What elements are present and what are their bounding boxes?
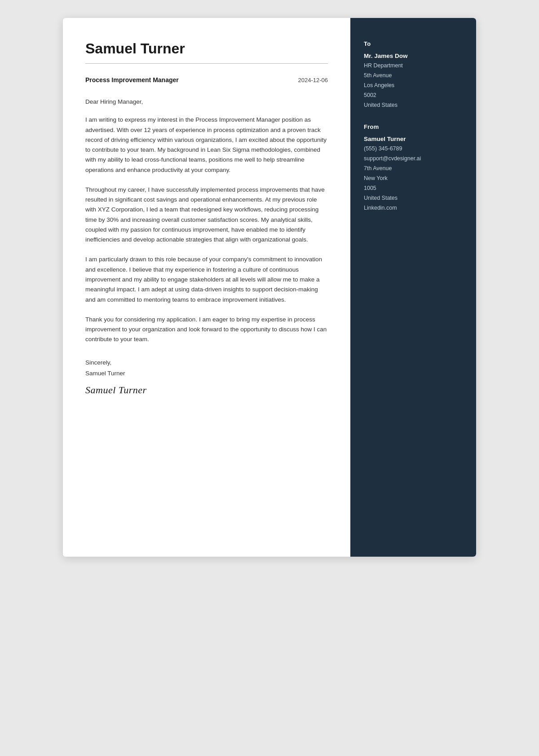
letter-meta: Process Improvement Manager 2024-12-06 bbox=[85, 76, 328, 84]
from-section: From Samuel Turner (555) 345-6789 suppor… bbox=[364, 123, 463, 213]
from-line-7: Linkedin.com bbox=[364, 203, 463, 213]
letter-paragraph-2: Throughout my career, I have successfull… bbox=[85, 185, 328, 245]
from-label: From bbox=[364, 123, 463, 130]
letter-salutation: Dear Hiring Manager, bbox=[85, 97, 328, 107]
closing-block: Sincerely, Samuel Turner Samuel Turner bbox=[85, 357, 328, 396]
to-line-2: 5th Avenue bbox=[364, 71, 463, 81]
closing-name: Samuel Turner bbox=[85, 368, 328, 379]
to-line-4: 5002 bbox=[364, 91, 463, 101]
to-line-1: HR Department bbox=[364, 61, 463, 71]
to-line-3: Los Angeles bbox=[364, 81, 463, 91]
closing-text: Sincerely, Samuel Turner bbox=[85, 357, 328, 379]
letter-body: Dear Hiring Manager, I am writing to exp… bbox=[85, 97, 328, 345]
applicant-name: Samuel Turner bbox=[85, 40, 328, 57]
from-line-3: 7th Avenue bbox=[364, 164, 463, 174]
from-line-2: support@cvdesigner.ai bbox=[364, 154, 463, 164]
to-section: To Mr. James Dow HR Department 5th Avenu… bbox=[364, 40, 463, 110]
from-name: Samuel Turner bbox=[364, 136, 463, 142]
from-line-6: United States bbox=[364, 193, 463, 203]
header-divider bbox=[85, 63, 328, 64]
to-address: HR Department 5th Avenue Los Angeles 500… bbox=[364, 61, 463, 110]
from-line-4: New York bbox=[364, 174, 463, 184]
letter-paragraph-3: I am particularly drawn to this role bec… bbox=[85, 255, 328, 304]
from-line-1: (555) 345-6789 bbox=[364, 144, 463, 154]
letter-paragraph-4: Thank you for considering my application… bbox=[85, 315, 328, 345]
to-name: Mr. James Dow bbox=[364, 53, 463, 59]
left-panel: Samuel Turner Process Improvement Manage… bbox=[63, 18, 350, 557]
signature: Samuel Turner bbox=[85, 384, 328, 396]
letter-position: Process Improvement Manager bbox=[85, 76, 179, 84]
to-line-5: United States bbox=[364, 101, 463, 110]
right-panel: To Mr. James Dow HR Department 5th Avenu… bbox=[350, 18, 476, 557]
from-line-5: 1005 bbox=[364, 184, 463, 193]
from-details: (555) 345-6789 support@cvdesigner.ai 7th… bbox=[364, 144, 463, 213]
cover-letter-page: Samuel Turner Process Improvement Manage… bbox=[63, 18, 476, 557]
letter-date: 2024-12-06 bbox=[298, 77, 328, 84]
to-label: To bbox=[364, 40, 463, 47]
closing-word: Sincerely, bbox=[85, 357, 328, 368]
letter-paragraph-1: I am writing to express my interest in t… bbox=[85, 115, 328, 175]
